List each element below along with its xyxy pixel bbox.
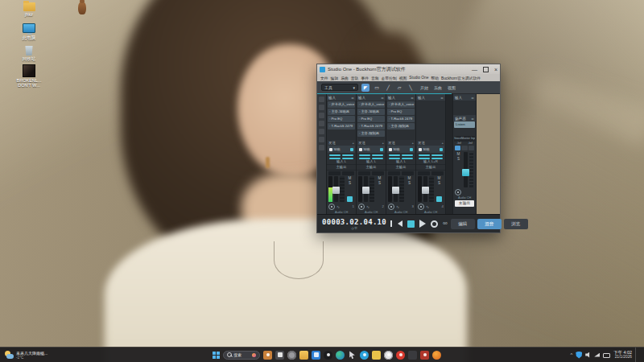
play-button[interactable] — [419, 220, 426, 228]
send-slot[interactable]: 混响 — [417, 146, 444, 153]
nav-arrows-icon[interactable]: ◂▸ — [440, 96, 444, 100]
settings-gear-icon[interactable] — [287, 351, 296, 360]
taskbar-clock[interactable]: 下午 4:02 21/1/2026 — [613, 350, 632, 360]
page-view[interactable]: 视图 — [448, 85, 456, 90]
insert-slot[interactable]: 主音-限制器 — [387, 123, 415, 130]
insert-slot[interactable]: 主音-限制器 — [357, 130, 385, 137]
insert-slot[interactable]: 主音-混响器 — [357, 109, 385, 115]
send-enable-checkbox[interactable] — [329, 148, 332, 151]
maximize-button[interactable] — [483, 67, 489, 72]
volume-fader[interactable] — [364, 176, 368, 202]
page-song[interactable]: 乐曲 — [434, 85, 442, 90]
gain-knob[interactable] — [418, 204, 424, 210]
menu-help[interactable]: 帮助 — [431, 76, 439, 80]
fader-handle[interactable] — [392, 187, 399, 194]
menu-edit[interactable]: 编辑 — [331, 76, 339, 80]
mute-button[interactable]: M — [408, 176, 411, 180]
menu-track[interactable]: 音轨 — [351, 76, 359, 80]
nav-arrows-icon[interactable]: ◂▸ — [471, 96, 474, 100]
edge-icon[interactable] — [336, 351, 345, 360]
widgets-icon[interactable] — [263, 351, 272, 360]
output-device-label[interactable]: VoiceMeeter Input — [454, 136, 475, 142]
fader-handle[interactable] — [422, 187, 429, 194]
network-icon[interactable] — [594, 353, 600, 357]
studio-one-taskbar-icon[interactable] — [384, 351, 393, 360]
loop-button[interactable]: ∞ — [443, 220, 448, 227]
nav-arrows-icon[interactable]: ◂▸ — [471, 117, 474, 121]
pan-controls[interactable] — [416, 153, 445, 159]
insert-slot[interactable]: T-RackS 2479 — [357, 123, 385, 130]
battery-icon[interactable] — [603, 353, 610, 358]
input-routing[interactable]: 输入 L — [357, 159, 386, 165]
task-view-icon[interactable] — [275, 351, 284, 360]
gain-knob[interactable] — [358, 204, 365, 210]
menu-file[interactable]: 文件 — [320, 76, 328, 80]
rail-fx-button[interactable] — [319, 129, 324, 134]
range-tool-icon[interactable]: ▭ — [373, 84, 381, 92]
menu-audio[interactable]: 音频 — [371, 76, 379, 80]
nav-arrows-icon[interactable]: ◂▸ — [381, 96, 384, 100]
output-routing[interactable]: 主输出 — [416, 165, 445, 171]
add-send-button[interactable]: + — [411, 141, 414, 145]
output-routing[interactable]: 主输出 — [357, 165, 386, 171]
return-to-start-button[interactable] — [398, 220, 402, 227]
nav-arrows-icon[interactable]: ◂▸ — [411, 96, 414, 100]
insert-slot[interactable]: 声卡达人_voice — [357, 101, 385, 108]
rail-tracks-button[interactable] — [319, 113, 324, 118]
nav-arrows-icon[interactable]: ◂▸ — [351, 96, 354, 100]
send-slot[interactable]: 混响 — [357, 146, 385, 153]
mute-button[interactable]: M — [457, 152, 460, 156]
menu-transport[interactable]: 走带控制 — [382, 76, 397, 80]
desktop-icon-this-pc[interactable]: 此电脑 — [10, 23, 47, 40]
desktop-icon-recycle-bin[interactable]: 回收站 — [10, 46, 47, 61]
close-button[interactable]: × — [494, 67, 497, 72]
menu-buckhorn[interactable]: Buckhorn官方调试软件 — [441, 76, 481, 80]
insert-slot[interactable]: 主音-混响器 — [328, 109, 355, 115]
solo-button[interactable]: S — [378, 181, 381, 185]
menu-studio-one[interactable]: Studio One — [409, 76, 428, 80]
eraser-tool-icon[interactable]: ▱ — [395, 84, 403, 92]
file-explorer-icon[interactable] — [299, 351, 308, 360]
insert-slot[interactable]: 声卡达人_voice — [387, 101, 415, 108]
volume-fader[interactable] — [334, 176, 338, 202]
output-routing[interactable]: 主输出 — [386, 165, 415, 171]
rail-inputs-button[interactable] — [319, 105, 324, 110]
orange-app-icon[interactable] — [432, 351, 441, 360]
solo-button[interactable]: S — [438, 181, 440, 185]
solo-button[interactable]: S — [457, 157, 460, 161]
solo-button[interactable]: S — [408, 181, 411, 185]
mute-button[interactable]: M — [378, 176, 382, 180]
tab-edit[interactable]: 编辑 — [451, 219, 475, 229]
rail-buses-button[interactable] — [319, 121, 324, 126]
volume-fader[interactable] — [394, 176, 398, 202]
add-send-button[interactable]: + — [441, 141, 444, 145]
photos-icon[interactable] — [312, 351, 320, 360]
desktop-icon-figure[interactable] — [74, 2, 90, 15]
show-desktop-button[interactable] — [635, 348, 638, 362]
record-button[interactable] — [431, 220, 438, 228]
listen-bus[interactable]: Listen — [454, 121, 475, 128]
tab-mix[interactable]: 混音 — [477, 219, 502, 229]
insert-slot[interactable]: T-RackS 2479 — [328, 123, 355, 130]
send-enable-checkbox[interactable] — [359, 148, 362, 151]
menu-song[interactable]: 乐曲 — [341, 76, 349, 80]
insert-slot[interactable]: Pro EQ — [328, 116, 355, 122]
input-routing[interactable]: 输入 L+R — [416, 159, 445, 165]
page-start[interactable]: 开始 — [420, 85, 428, 90]
gain-knob[interactable] — [455, 189, 461, 195]
dark-app-icon[interactable] — [408, 351, 417, 360]
fader-handle[interactable] — [462, 169, 469, 176]
start-button[interactable] — [213, 352, 220, 359]
hidden-icons-chevron[interactable]: ^ — [570, 352, 572, 357]
tab-browse[interactable]: 浏览 — [504, 219, 528, 229]
window-titlebar[interactable]: Studio One - Buckhorn官方调试软件 — × — [317, 64, 500, 74]
rail-macros-button[interactable] — [319, 145, 324, 150]
rail-external-button[interactable] — [319, 97, 324, 102]
gain-knob[interactable] — [328, 204, 335, 210]
insert-slot[interactable]: Pro EQ — [357, 116, 385, 122]
weather-widget[interactable]: 未来几天降雨概... -1°C — [0, 348, 52, 362]
master-fader[interactable] — [464, 152, 468, 187]
arrow-tool-icon[interactable]: ◤ — [361, 84, 369, 92]
send-slot[interactable]: 混响 — [328, 146, 355, 153]
minimize-button[interactable]: — — [472, 67, 477, 72]
